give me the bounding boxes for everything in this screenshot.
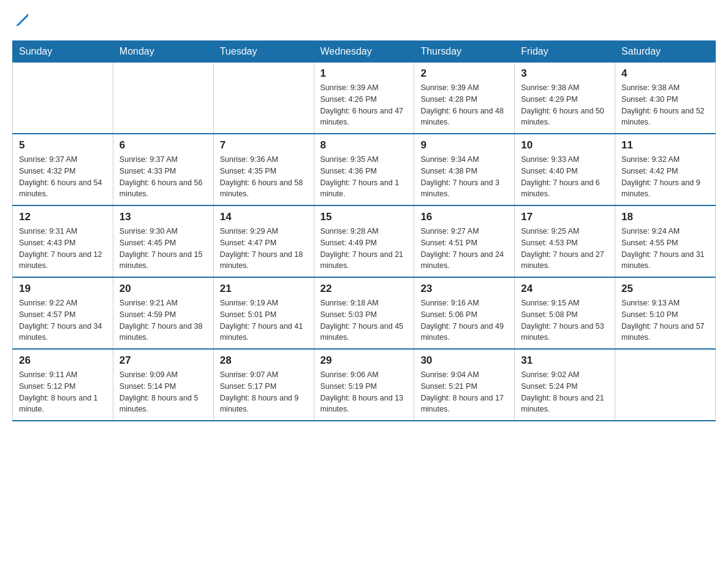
day-header-sunday: Sunday bbox=[13, 41, 113, 63]
day-number: 28 bbox=[220, 354, 308, 367]
calendar-cell: 11Sunrise: 9:32 AMSunset: 4:42 PMDayligh… bbox=[615, 134, 716, 205]
calendar-cell bbox=[615, 349, 716, 421]
day-header-saturday: Saturday bbox=[615, 41, 716, 63]
day-number: 13 bbox=[119, 211, 207, 223]
calendar-cell: 21Sunrise: 9:19 AMSunset: 5:01 PMDayligh… bbox=[213, 277, 314, 349]
page-header bbox=[12, 12, 716, 28]
logo bbox=[12, 12, 31, 28]
calendar-cell: 16Sunrise: 9:27 AMSunset: 4:51 PMDayligh… bbox=[414, 205, 515, 277]
calendar-cell: 3Sunrise: 9:38 AMSunset: 4:29 PMDaylight… bbox=[515, 63, 615, 134]
day-number: 15 bbox=[320, 211, 408, 223]
day-number: 1 bbox=[320, 67, 408, 80]
day-info: Sunrise: 9:29 AMSunset: 4:47 PMDaylight:… bbox=[220, 226, 308, 272]
day-info: Sunrise: 9:07 AMSunset: 5:17 PMDaylight:… bbox=[220, 369, 308, 415]
day-info: Sunrise: 9:11 AMSunset: 5:12 PMDaylight:… bbox=[19, 369, 107, 415]
calendar-cell: 5Sunrise: 9:37 AMSunset: 4:32 PMDaylight… bbox=[13, 134, 113, 205]
week-row-4: 19Sunrise: 9:22 AMSunset: 4:57 PMDayligh… bbox=[13, 277, 716, 349]
calendar-cell: 26Sunrise: 9:11 AMSunset: 5:12 PMDayligh… bbox=[13, 349, 113, 421]
calendar-cell: 24Sunrise: 9:15 AMSunset: 5:08 PMDayligh… bbox=[515, 277, 615, 349]
day-number: 31 bbox=[521, 354, 609, 367]
calendar-cell bbox=[13, 63, 113, 134]
calendar-cell: 14Sunrise: 9:29 AMSunset: 4:47 PMDayligh… bbox=[213, 205, 314, 277]
calendar-cell: 25Sunrise: 9:13 AMSunset: 5:10 PMDayligh… bbox=[615, 277, 716, 349]
day-number: 17 bbox=[521, 211, 609, 223]
calendar-cell: 7Sunrise: 9:36 AMSunset: 4:35 PMDaylight… bbox=[213, 134, 314, 205]
calendar-cell: 2Sunrise: 9:39 AMSunset: 4:28 PMDaylight… bbox=[414, 63, 515, 134]
day-header-thursday: Thursday bbox=[414, 41, 515, 63]
day-number: 20 bbox=[119, 283, 207, 295]
day-info: Sunrise: 9:37 AMSunset: 4:33 PMDaylight:… bbox=[119, 154, 207, 200]
day-info: Sunrise: 9:38 AMSunset: 4:30 PMDaylight:… bbox=[621, 82, 709, 128]
logo-triangle-icon bbox=[13, 11, 31, 28]
day-info: Sunrise: 9:04 AMSunset: 5:21 PMDaylight:… bbox=[420, 369, 508, 415]
calendar-cell: 20Sunrise: 9:21 AMSunset: 4:59 PMDayligh… bbox=[113, 277, 213, 349]
calendar-cell: 31Sunrise: 9:02 AMSunset: 5:24 PMDayligh… bbox=[515, 349, 615, 421]
calendar-cell: 6Sunrise: 9:37 AMSunset: 4:33 PMDaylight… bbox=[113, 134, 213, 205]
day-number: 16 bbox=[420, 211, 508, 223]
day-info: Sunrise: 9:06 AMSunset: 5:19 PMDaylight:… bbox=[320, 369, 408, 415]
calendar-header: SundayMondayTuesdayWednesdayThursdayFrid… bbox=[13, 41, 716, 63]
day-info: Sunrise: 9:32 AMSunset: 4:42 PMDaylight:… bbox=[621, 154, 709, 200]
day-number: 30 bbox=[420, 354, 508, 367]
day-info: Sunrise: 9:25 AMSunset: 4:53 PMDaylight:… bbox=[521, 226, 609, 272]
day-info: Sunrise: 9:31 AMSunset: 4:43 PMDaylight:… bbox=[19, 226, 107, 272]
day-info: Sunrise: 9:39 AMSunset: 4:28 PMDaylight:… bbox=[420, 82, 508, 128]
day-number: 29 bbox=[320, 354, 408, 367]
day-number: 9 bbox=[420, 139, 508, 151]
day-number: 22 bbox=[320, 283, 408, 295]
day-info: Sunrise: 9:39 AMSunset: 4:26 PMDaylight:… bbox=[320, 82, 408, 128]
day-number: 7 bbox=[220, 139, 308, 151]
calendar-cell: 17Sunrise: 9:25 AMSunset: 4:53 PMDayligh… bbox=[515, 205, 615, 277]
day-info: Sunrise: 9:13 AMSunset: 5:10 PMDaylight:… bbox=[621, 297, 709, 343]
day-info: Sunrise: 9:34 AMSunset: 4:38 PMDaylight:… bbox=[420, 154, 508, 200]
day-info: Sunrise: 9:27 AMSunset: 4:51 PMDaylight:… bbox=[420, 226, 508, 272]
week-row-3: 12Sunrise: 9:31 AMSunset: 4:43 PMDayligh… bbox=[13, 205, 716, 277]
day-info: Sunrise: 9:19 AMSunset: 5:01 PMDaylight:… bbox=[220, 297, 308, 343]
day-info: Sunrise: 9:35 AMSunset: 4:36 PMDaylight:… bbox=[320, 154, 408, 200]
calendar-cell: 15Sunrise: 9:28 AMSunset: 4:49 PMDayligh… bbox=[314, 205, 414, 277]
calendar-cell: 9Sunrise: 9:34 AMSunset: 4:38 PMDaylight… bbox=[414, 134, 515, 205]
calendar-table: SundayMondayTuesdayWednesdayThursdayFrid… bbox=[12, 40, 716, 421]
calendar-cell: 28Sunrise: 9:07 AMSunset: 5:17 PMDayligh… bbox=[213, 349, 314, 421]
week-row-5: 26Sunrise: 9:11 AMSunset: 5:12 PMDayligh… bbox=[13, 349, 716, 421]
day-number: 2 bbox=[420, 67, 508, 80]
day-number: 24 bbox=[521, 283, 609, 295]
day-number: 25 bbox=[621, 283, 709, 295]
day-info: Sunrise: 9:15 AMSunset: 5:08 PMDaylight:… bbox=[521, 297, 609, 343]
week-row-2: 5Sunrise: 9:37 AMSunset: 4:32 PMDaylight… bbox=[13, 134, 716, 205]
calendar-cell: 19Sunrise: 9:22 AMSunset: 4:57 PMDayligh… bbox=[13, 277, 113, 349]
day-number: 18 bbox=[621, 211, 709, 223]
day-info: Sunrise: 9:36 AMSunset: 4:35 PMDaylight:… bbox=[220, 154, 308, 200]
week-row-1: 1Sunrise: 9:39 AMSunset: 4:26 PMDaylight… bbox=[13, 63, 716, 134]
day-info: Sunrise: 9:30 AMSunset: 4:45 PMDaylight:… bbox=[119, 226, 207, 272]
calendar-cell: 8Sunrise: 9:35 AMSunset: 4:36 PMDaylight… bbox=[314, 134, 414, 205]
day-info: Sunrise: 9:38 AMSunset: 4:29 PMDaylight:… bbox=[521, 82, 609, 128]
calendar-cell: 27Sunrise: 9:09 AMSunset: 5:14 PMDayligh… bbox=[113, 349, 213, 421]
day-number: 26 bbox=[19, 354, 107, 367]
day-info: Sunrise: 9:02 AMSunset: 5:24 PMDaylight:… bbox=[521, 369, 609, 415]
calendar-cell: 1Sunrise: 9:39 AMSunset: 4:26 PMDaylight… bbox=[314, 63, 414, 134]
day-header-friday: Friday bbox=[515, 41, 615, 63]
calendar-cell: 22Sunrise: 9:18 AMSunset: 5:03 PMDayligh… bbox=[314, 277, 414, 349]
day-number: 27 bbox=[119, 354, 207, 367]
calendar-cell: 10Sunrise: 9:33 AMSunset: 4:40 PMDayligh… bbox=[515, 134, 615, 205]
calendar-cell: 12Sunrise: 9:31 AMSunset: 4:43 PMDayligh… bbox=[13, 205, 113, 277]
day-number: 11 bbox=[621, 139, 709, 151]
calendar-cell bbox=[113, 63, 213, 134]
calendar-cell: 29Sunrise: 9:06 AMSunset: 5:19 PMDayligh… bbox=[314, 349, 414, 421]
day-number: 21 bbox=[220, 283, 308, 295]
day-number: 6 bbox=[119, 139, 207, 151]
calendar-cell bbox=[213, 63, 314, 134]
day-info: Sunrise: 9:24 AMSunset: 4:55 PMDaylight:… bbox=[621, 226, 709, 272]
days-of-week-row: SundayMondayTuesdayWednesdayThursdayFrid… bbox=[13, 41, 716, 63]
day-info: Sunrise: 9:28 AMSunset: 4:49 PMDaylight:… bbox=[320, 226, 408, 272]
day-info: Sunrise: 9:37 AMSunset: 4:32 PMDaylight:… bbox=[19, 154, 107, 200]
day-number: 5 bbox=[19, 139, 107, 151]
day-number: 4 bbox=[621, 67, 709, 80]
day-header-monday: Monday bbox=[113, 41, 213, 63]
day-number: 23 bbox=[420, 283, 508, 295]
day-number: 3 bbox=[521, 67, 609, 80]
day-info: Sunrise: 9:16 AMSunset: 5:06 PMDaylight:… bbox=[420, 297, 508, 343]
calendar-cell: 23Sunrise: 9:16 AMSunset: 5:06 PMDayligh… bbox=[414, 277, 515, 349]
day-info: Sunrise: 9:18 AMSunset: 5:03 PMDaylight:… bbox=[320, 297, 408, 343]
